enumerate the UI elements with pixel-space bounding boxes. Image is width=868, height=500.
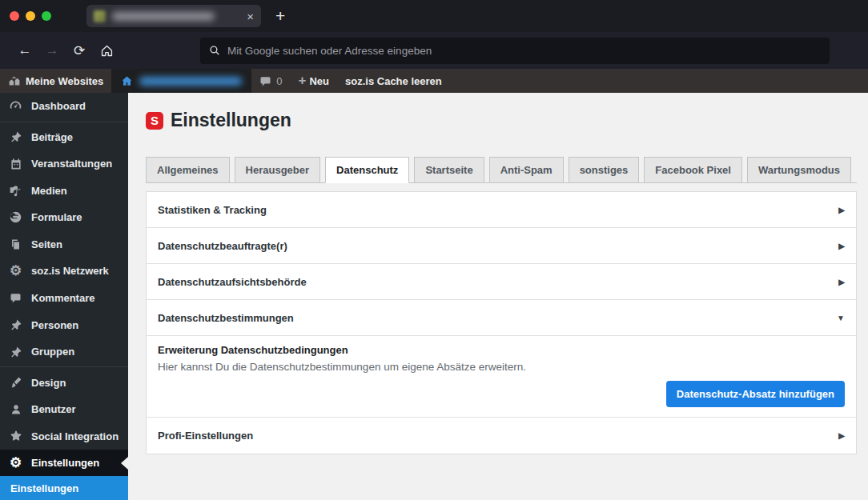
section-title: Datenschutzbeauftragte(r): [158, 240, 287, 252]
tab-wartungsmodus[interactable]: Wartungsmodus: [747, 157, 851, 183]
zoom-window-button[interactable]: [42, 11, 51, 21]
submenu-label: Einstellungen: [10, 482, 78, 494]
adminbar-my-sites[interactable]: Meine Websites: [0, 69, 111, 93]
accordion-profi-einstellungen[interactable]: Profi-Einstellungen ▶: [147, 418, 856, 454]
sidebar-item-einstellungen[interactable]: ⚙ Einstellungen: [0, 450, 128, 477]
sidebar-item-design[interactable]: Design: [0, 369, 128, 396]
sidebar-item-benutzer[interactable]: Benutzer: [0, 396, 128, 423]
sidebar-label: Social Integration: [31, 430, 119, 442]
sidebar-label: soz.is Netzwerk: [31, 265, 109, 277]
reload-icon[interactable]: ⟳: [66, 42, 93, 59]
add-datenschutz-absatz-button[interactable]: Datenschutz-Absatz hinzufügen: [666, 381, 845, 407]
sidebar-item-social-integration[interactable]: Social Integration: [0, 422, 128, 450]
adminbar-new[interactable]: + Neu: [291, 69, 338, 93]
sidebar-item-formulare[interactable]: Formulare: [0, 204, 128, 231]
pin-icon: [7, 346, 24, 358]
minimize-window-button[interactable]: [26, 11, 35, 21]
home-site-icon: [121, 75, 133, 87]
section-title: Datenschutzbestimmungen: [158, 312, 294, 324]
panel-description: Hier kannst Du die Datenschutzbestimmung…: [158, 361, 845, 373]
sidebar-label: Benutzer: [31, 403, 76, 415]
sidebar-item-personen[interactable]: Personen: [0, 311, 128, 338]
cache-clear-label: soz.is Cache leeren: [345, 75, 442, 87]
settings-accordion: Statistiken & Tracking ▶ Datenschutzbeau…: [146, 191, 857, 454]
sidebar-item-veranstaltungen[interactable]: Veranstaltungen: [0, 150, 128, 178]
tab-anti-spam[interactable]: Anti-Spam: [489, 157, 564, 183]
my-sites-label: Meine Websites: [26, 75, 103, 87]
tab-startseite[interactable]: Startseite: [414, 157, 484, 183]
tab-allgemeines[interactable]: Allgemeines: [146, 157, 230, 183]
brush-icon: [7, 376, 24, 389]
tab-title-redacted: [112, 12, 215, 21]
forms-icon: [7, 210, 24, 224]
user-icon: [7, 403, 24, 416]
sidebar-separator: [0, 366, 128, 367]
tab-sonstiges[interactable]: sonstiges: [569, 157, 640, 183]
sidebar-label: Personen: [31, 319, 78, 331]
page-title: Einstellungen: [171, 110, 291, 131]
back-icon[interactable]: ←: [11, 42, 38, 58]
sidebar-item-seiten[interactable]: Seiten: [0, 231, 128, 258]
chevron-right-icon: ▶: [838, 278, 845, 286]
panel-heading: Erweiterung Datenschutzbedingungen: [158, 344, 845, 356]
accordion-datenschutzbeauftragte[interactable]: Datenschutzbeauftragte(r) ▶: [147, 228, 856, 264]
sidebar-label: Seiten: [31, 238, 62, 250]
sidebar-submenu-einstellungen[interactable]: Einstellungen: [0, 476, 128, 500]
accordion-datenschutzaufsichtsbehoerde[interactable]: Datenschutzaufsichtsbehörde ▶: [147, 264, 856, 300]
sidebar-item-dashboard[interactable]: Dashboard: [0, 93, 128, 120]
gear-icon: ⚙: [7, 264, 24, 278]
chevron-right-icon: ▶: [838, 206, 845, 214]
adminbar-cache-clear[interactable]: soz.is Cache leeren: [337, 69, 450, 93]
sidebar-item-medien[interactable]: Medien: [0, 178, 128, 205]
sidebar-item-kommentare[interactable]: Kommentare: [0, 285, 128, 312]
media-icon: [7, 184, 24, 198]
browser-toolbar: ← → ⟳: [0, 32, 868, 69]
tab-facebook-pixel[interactable]: Facebook Pixel: [644, 157, 742, 183]
sidebar-separator: [0, 122, 128, 122]
pin-icon: [7, 130, 24, 143]
current-menu-arrow: [121, 457, 128, 470]
sidebar-label: Design: [31, 377, 66, 389]
close-window-button[interactable]: [10, 11, 19, 21]
tab-herausgeber[interactable]: Herausgeber: [235, 157, 320, 183]
adminbar-site-name[interactable]: [111, 69, 251, 93]
comment-icon: [7, 292, 24, 304]
sidebar-item-gruppen[interactable]: Gruppen: [0, 338, 128, 366]
accordion-statistiken-tracking[interactable]: Statistiken & Tracking ▶: [147, 192, 856, 228]
sidebar-label: Medien: [31, 185, 67, 197]
chevron-right-icon: ▶: [838, 242, 845, 250]
sidebar-label: Beiträge: [31, 131, 73, 143]
pin-icon: [7, 318, 24, 331]
datenschutzbestimmungen-panel: Erweiterung Datenschutzbedingungen Hier …: [147, 336, 856, 418]
multisite-icon: [8, 74, 21, 87]
browser-tab[interactable]: ×: [86, 5, 261, 27]
sidebar-label: Gruppen: [31, 346, 74, 358]
page-head: S Einstellungen: [146, 110, 868, 131]
admin-content: S Einstellungen Allgemeines Herausgeber …: [128, 93, 868, 500]
new-tab-button[interactable]: +: [275, 6, 285, 26]
tab-datenschutz[interactable]: Datenschutz: [325, 157, 409, 183]
star-icon: [7, 430, 24, 442]
sidebar-item-sozis-netzwerk[interactable]: ⚙ soz.is Netzwerk: [0, 258, 128, 285]
search-icon: [209, 45, 220, 56]
comment-icon: [259, 75, 271, 87]
accordion-datenschutzbestimmungen[interactable]: Datenschutzbestimmungen ▼: [147, 300, 856, 336]
tab-favicon: [94, 10, 106, 22]
section-title: Profi-Einstellungen: [158, 430, 253, 442]
forward-icon: →: [38, 42, 66, 58]
sidebar-label: Einstellungen: [31, 457, 99, 469]
comments-count: 0: [276, 75, 282, 87]
tab-close-icon[interactable]: ×: [247, 10, 254, 22]
adminbar-comments[interactable]: 0: [251, 69, 290, 93]
sozis-logo-icon: S: [146, 112, 163, 130]
new-label: Neu: [309, 75, 329, 87]
sidebar-label: Veranstaltungen: [31, 158, 112, 170]
sidebar-item-beitraege[interactable]: Beiträge: [0, 124, 128, 151]
section-title: Statistiken & Tracking: [158, 204, 267, 216]
url-input[interactable]: [227, 45, 821, 57]
address-bar[interactable]: [200, 38, 830, 64]
workspace: Dashboard Beiträge Veranstaltungen Medie…: [0, 93, 868, 500]
site-name-redacted: [139, 77, 242, 86]
home-icon[interactable]: [93, 42, 120, 58]
browser-titlebar: × +: [0, 0, 868, 32]
